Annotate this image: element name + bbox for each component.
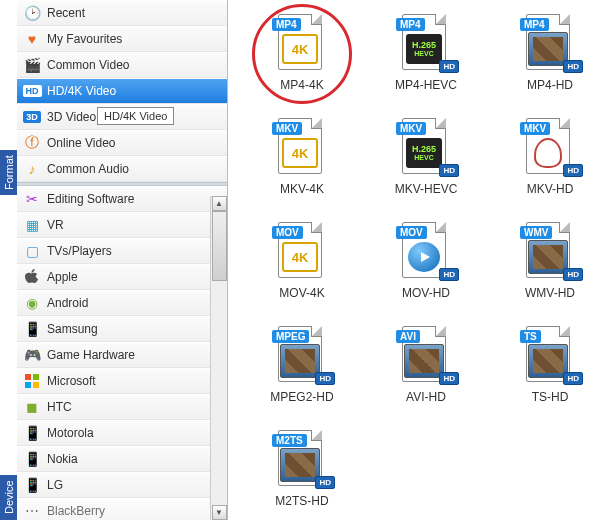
sidebar-item-label: TVs/Players [47, 244, 112, 258]
sidebar-item-common-audio[interactable]: ♪ Common Audio [17, 156, 227, 182]
sidebar-item-htc[interactable]: ◼ HTC [17, 394, 227, 420]
htc-icon: ◼ [23, 398, 41, 416]
file-type-icon: MP4H.265HEVCHD [396, 14, 456, 72]
extension-badge: MKV [272, 122, 302, 135]
scroll-up-button[interactable]: ▲ [212, 196, 227, 211]
format-label: MKV-HD [527, 182, 574, 196]
file-type-icon: MKV4K [272, 118, 332, 176]
sidebar-scrollbar[interactable]: ▲ ▼ [210, 196, 227, 520]
sidebar-item-3d-video[interactable]: 3D 3D Video HD/4K Video [17, 104, 227, 130]
sidebar-item-label: HD/4K Video [47, 84, 116, 98]
samsung-icon: 📱 [23, 320, 41, 338]
sidebar-item-samsung[interactable]: 📱 Samsung [17, 316, 227, 342]
format-item-mp4-4k[interactable]: MP44KMP4-4K [244, 14, 360, 106]
scroll-track[interactable] [212, 211, 227, 505]
scroll-thumb[interactable] [212, 211, 227, 281]
sidebar-item-online-video[interactable]: ⓕ Online Video [17, 130, 227, 156]
format-label: MKV-HEVC [395, 182, 458, 196]
svg-rect-0 [25, 374, 31, 380]
sidebar-item-label: Apple [47, 270, 78, 284]
tv-icon: ▢ [23, 242, 41, 260]
svg-rect-1 [33, 374, 39, 380]
sidebar-item-label: Common Video [47, 58, 130, 72]
file-type-icon: MP4HD [520, 14, 580, 72]
gamepad-icon: 🎮 [23, 346, 41, 364]
sidebar-item-apple[interactable]: Apple [17, 264, 227, 290]
sidebar-item-label: VR [47, 218, 64, 232]
extension-badge: M2TS [272, 434, 307, 447]
format-item-mov-hd[interactable]: MOVHDMOV-HD [368, 222, 484, 314]
sidebar-item-game-hardware[interactable]: 🎮 Game Hardware [17, 342, 227, 368]
format-item-mp4-hevc[interactable]: MP4H.265HEVCHDMP4-HEVC [368, 14, 484, 106]
extension-badge: MP4 [396, 18, 425, 31]
recent-icon: 🕑 [23, 4, 41, 22]
file-type-icon: MOVHD [396, 222, 456, 280]
sidebar-item-common-video[interactable]: 🎬 Common Video [17, 52, 227, 78]
sidebar-list: 🕑 Recent ♥ My Favourites 🎬 Common Video … [17, 0, 227, 520]
format-item-mkv-hevc[interactable]: MKVH.265HEVCHDMKV-HEVC [368, 118, 484, 210]
format-item-ts-hd[interactable]: TSHDTS-HD [492, 326, 608, 418]
file-type-icon: MOV4K [272, 222, 332, 280]
sidebar-item-label: Editing Software [47, 192, 134, 206]
scroll-down-button[interactable]: ▼ [212, 505, 227, 520]
sidebar-item-recent[interactable]: 🕑 Recent [17, 0, 227, 26]
sidebar-item-hd-4k-video[interactable]: HD HD/4K Video [17, 78, 227, 104]
nokia-icon: 📱 [23, 450, 41, 468]
format-item-mpeg2-hd[interactable]: MPEGHDMPEG2-HD [244, 326, 360, 418]
sidebar-item-label: Recent [47, 6, 85, 20]
format-item-mkv-hd[interactable]: MKVHDMKV-HD [492, 118, 608, 210]
sidebar-item-label: HTC [47, 400, 72, 414]
file-type-icon: MKVHD [520, 118, 580, 176]
sidebar-item-label: 3D Video [47, 110, 96, 124]
sidebar-item-label: My Favourites [47, 32, 122, 46]
format-label: MP4-HD [527, 78, 573, 92]
sidebar-item-favourites[interactable]: ♥ My Favourites [17, 26, 227, 52]
sidebar-item-label: BlackBerry [47, 504, 105, 518]
sidebar-item-tvs-players[interactable]: ▢ TVs/Players [17, 238, 227, 264]
sidebar-item-motorola[interactable]: 📱 Motorola [17, 420, 227, 446]
format-item-avi-hd[interactable]: AVIHDAVI-HD [368, 326, 484, 418]
file-type-icon: TSHD [520, 326, 580, 384]
extension-badge: AVI [396, 330, 420, 343]
format-label: WMV-HD [525, 286, 575, 300]
sidebar-item-blackberry[interactable]: ⋯ BlackBerry [17, 498, 227, 520]
blackberry-icon: ⋯ [23, 502, 41, 520]
extension-badge: WMV [520, 226, 552, 239]
music-note-icon: ♪ [23, 160, 41, 178]
sidebar-item-label: Motorola [47, 426, 94, 440]
3d-badge-icon: 3D [23, 108, 41, 126]
sidebar-item-label: Common Audio [47, 162, 129, 176]
file-type-icon: MPEGHD [272, 326, 332, 384]
sidebar-item-label: Android [47, 296, 88, 310]
sidebar-item-lg[interactable]: 📱 LG [17, 472, 227, 498]
sidebar-item-label: Samsung [47, 322, 98, 336]
format-grid-panel: MP44KMP4-4KMP4H.265HEVCHDMP4-HEVCMP4HDMP… [228, 0, 612, 520]
sidebar-item-nokia[interactable]: 📱 Nokia [17, 446, 227, 472]
format-item-mov-4k[interactable]: MOV4KMOV-4K [244, 222, 360, 314]
sidebar-item-editing-software[interactable]: ✂ Editing Software [17, 186, 227, 212]
film-icon: 🎬 [23, 56, 41, 74]
sidebar-item-label: Online Video [47, 136, 116, 150]
sidebar-item-microsoft[interactable]: Microsoft [17, 368, 227, 394]
lg-icon: 📱 [23, 476, 41, 494]
device-vertical-tab[interactable]: Device [0, 475, 17, 520]
format-item-mkv-4k[interactable]: MKV4KMKV-4K [244, 118, 360, 210]
motorola-icon: 📱 [23, 424, 41, 442]
format-label: MP4-4K [280, 78, 323, 92]
format-item-m2ts-hd[interactable]: M2TSHDM2TS-HD [244, 430, 360, 520]
format-label: MKV-4K [280, 182, 324, 196]
android-icon: ◉ [23, 294, 41, 312]
format-item-wmv-hd[interactable]: WMVHDWMV-HD [492, 222, 608, 314]
format-label: MOV-HD [402, 286, 450, 300]
microsoft-icon [23, 372, 41, 390]
sidebar: Format Device 🕑 Recent ♥ My Favourites 🎬… [0, 0, 228, 520]
format-vertical-tab[interactable]: Format [0, 150, 17, 195]
sidebar-item-vr[interactable]: ▦ VR [17, 212, 227, 238]
vr-icon: ▦ [23, 216, 41, 234]
sidebar-item-android[interactable]: ◉ Android [17, 290, 227, 316]
format-label: AVI-HD [406, 390, 446, 404]
svg-rect-3 [33, 382, 39, 388]
format-label: MOV-4K [279, 286, 324, 300]
extension-badge: TS [520, 330, 541, 343]
format-item-mp4-hd[interactable]: MP4HDMP4-HD [492, 14, 608, 106]
